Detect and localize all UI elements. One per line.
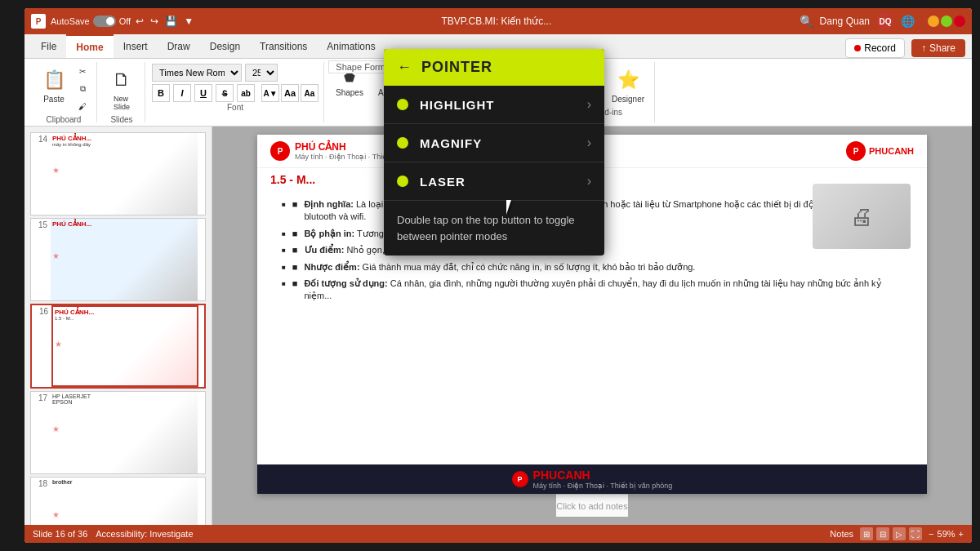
redo-icon[interactable]: ↪ xyxy=(150,16,158,27)
font-size-up-button[interactable]: Aa xyxy=(281,84,299,102)
globe-icon[interactable]: 🌐 xyxy=(901,15,915,28)
title-bar-left: P AutoSave Off ↩ ↪ 💾 ▼ xyxy=(31,14,194,29)
font-case-button[interactable]: Aa xyxy=(301,84,318,102)
undo-icon[interactable]: ↩ xyxy=(136,16,144,27)
laser-arrow-icon: › xyxy=(587,174,591,189)
footer-logo-icon: P xyxy=(512,471,528,487)
bold-button[interactable]: B xyxy=(152,84,170,102)
tab-transitions[interactable]: Transitions xyxy=(250,34,317,58)
format-row: B I U S̶ ab A▼ Aa Aa xyxy=(152,84,318,102)
bullet-marker-2: ■ xyxy=(292,228,298,240)
tab-draw[interactable]: Draw xyxy=(158,34,200,58)
tab-design[interactable]: Design xyxy=(200,34,250,58)
designer-icon: ⭐ xyxy=(615,67,641,93)
shadow-button[interactable]: ab xyxy=(237,84,255,102)
paste-button[interactable]: 📋 Paste xyxy=(36,64,72,114)
user-avatar[interactable]: DQ xyxy=(876,12,894,30)
laser-label: LASER xyxy=(420,175,587,189)
magnify-dot xyxy=(397,137,408,149)
slide-sorter-icon[interactable]: ⊟ xyxy=(876,527,889,540)
share-icon: ↑ xyxy=(921,42,926,54)
pointer-item-laser[interactable]: LASER › xyxy=(384,162,604,201)
zoom-out-icon[interactable]: − xyxy=(929,529,933,539)
ribbon-section-clipboard: 📋 Paste ✂ ⧉ 🖌 xyxy=(31,62,97,122)
slide-thumb-14[interactable]: 14 ★ PHÚ CẢNH... máy in không dây xyxy=(30,132,206,216)
slideshow-icon[interactable]: ⛶ xyxy=(909,527,922,540)
format-painter-button[interactable]: 🖌 xyxy=(74,99,91,114)
tab-animations[interactable]: Animations xyxy=(317,34,385,58)
slides-tools: 🗋 NewSlide xyxy=(104,64,140,114)
share-button[interactable]: ↑ Share xyxy=(911,39,965,57)
pointer-back-button[interactable]: ← xyxy=(397,59,412,76)
status-left: Slide 16 of 36 Accessibility: Investigat… xyxy=(33,529,194,539)
ribbon-section-font: Times New Roman 25 B I U S̶ ab xyxy=(147,62,324,122)
highlight-label: HIGHLIGHT xyxy=(420,98,587,112)
autosave-toggle[interactable]: AutoSave Off xyxy=(51,16,131,27)
logo-circle: P xyxy=(270,141,290,161)
slide-printer-image: 🖨 xyxy=(813,184,911,249)
copy-button[interactable]: ⧉ xyxy=(74,81,91,97)
zoom-level: 59% xyxy=(938,529,956,539)
font-family-select[interactable]: Times New Roman xyxy=(152,64,242,82)
pointer-popup: ← POINTER HIGHLIGHT › MAGNIFY › LASER › xyxy=(384,49,604,256)
cut-button[interactable]: ✂ xyxy=(74,64,91,79)
font-label: Font xyxy=(227,103,243,112)
ppt-logo: P xyxy=(31,14,46,29)
close-button[interactable] xyxy=(954,16,965,27)
designer-button[interactable]: ⭐ Designer xyxy=(607,64,649,107)
autosave-switch[interactable] xyxy=(93,16,116,27)
notes-bar[interactable]: Click to add notes xyxy=(556,494,627,517)
clipboard-tools: 📋 Paste ✂ ⧉ 🖌 xyxy=(36,64,91,114)
slides-label: Slides xyxy=(110,115,132,124)
accessibility-info[interactable]: Accessibility: Investigate xyxy=(96,529,193,539)
record-button[interactable]: Record xyxy=(845,38,905,58)
title-bar: P AutoSave Off ↩ ↪ 💾 ▼ TBVP.CB.MI: Kiến … xyxy=(24,8,972,34)
normal-view-icon[interactable]: ⊞ xyxy=(860,527,873,540)
font-color-button[interactable]: A▼ xyxy=(261,84,279,102)
zoom-in-icon[interactable]: + xyxy=(959,529,964,539)
reading-view-icon[interactable]: ▷ xyxy=(893,527,906,540)
notes-button[interactable]: Notes xyxy=(830,529,853,539)
search-icon[interactable]: 🔍 xyxy=(800,15,813,28)
slide-num-17: 17 xyxy=(31,392,47,473)
maximize-button[interactable] xyxy=(941,16,952,27)
slide-star-14: ★ xyxy=(52,166,60,175)
slide-thumb-15[interactable]: 15 ★ PHÚ CẢNH... xyxy=(30,218,206,301)
slide-image-18: ★ brother xyxy=(51,478,198,525)
slide-thumb-17[interactable]: 17 ★ HP LASERJETEPSON xyxy=(30,391,206,474)
underline-button[interactable]: U xyxy=(194,84,212,102)
slide-bullet-5: ■ Đối tượng sử dụng: Cá nhân, gia đình, … xyxy=(282,278,902,303)
slide-panel: 14 ★ PHÚ CẢNH... máy in không dây 15 ★ xyxy=(24,127,212,525)
tab-home[interactable]: Home xyxy=(66,34,113,58)
tab-file[interactable]: File xyxy=(31,34,66,58)
bullet-marker-4: ■ xyxy=(292,261,298,273)
tab-insert[interactable]: Insert xyxy=(114,34,158,58)
bullet-text-5: Đối tượng sử dụng: Cá nhân, gia đình, nh… xyxy=(305,278,903,303)
new-slide-button[interactable]: 🗋 NewSlide xyxy=(104,64,140,114)
slide-num-15: 15 xyxy=(31,219,47,300)
slide-thumb-16[interactable]: 16 ★ PHÚ CẢNH... 1.5 - M... xyxy=(30,304,206,389)
minimize-button[interactable] xyxy=(928,16,939,27)
slide-thumb-18[interactable]: 18 ★ brother xyxy=(30,477,206,525)
font-size-select[interactable]: 25 xyxy=(245,64,278,82)
zoom-controls: − 59% + xyxy=(929,529,964,539)
cut-icon: ✂ xyxy=(79,67,86,76)
slide-image-16: ★ PHÚ CẢNH... 1.5 - M... xyxy=(51,305,198,387)
highlight-arrow-icon: › xyxy=(587,97,591,112)
slide-footer: P PHUCANH Máy tính · Điện Thoại · Thiết … xyxy=(257,464,927,494)
italic-button[interactable]: I xyxy=(173,84,191,102)
slide-logo-right: P PHUCANH xyxy=(846,141,914,161)
autosave-state: Off xyxy=(119,16,131,26)
pointer-item-highlight[interactable]: HIGHLIGHT › xyxy=(384,86,604,124)
more-icon[interactable]: ▼ xyxy=(184,16,194,27)
status-right: Notes ⊞ ⊟ ▷ ⛶ − 59% + xyxy=(830,527,964,540)
paste-label: Paste xyxy=(43,95,65,104)
slide-num-14: 14 xyxy=(31,133,47,215)
highlight-dot xyxy=(397,99,408,110)
slide-thumb-content-17: HP LASERJETEPSON xyxy=(51,392,198,473)
pointer-item-magnify[interactable]: MAGNIFY › xyxy=(384,124,604,162)
window-title: TBVP.CB.MI: Kiến thức... xyxy=(194,16,800,27)
logo-right-text: PHUCANH xyxy=(869,146,914,156)
strikethrough-button[interactable]: S̶ xyxy=(216,84,234,102)
save-icon[interactable]: 💾 xyxy=(165,16,177,27)
